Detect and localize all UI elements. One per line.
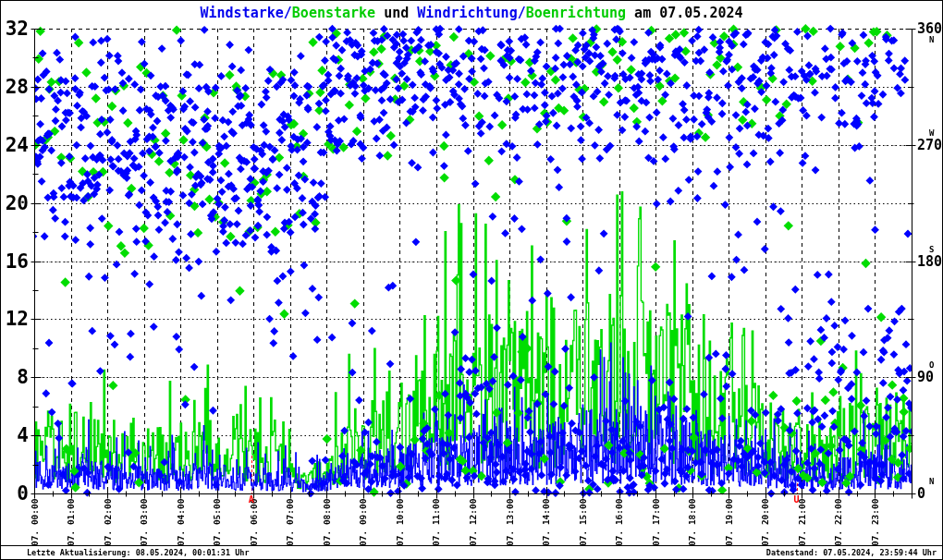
x-tick-label: 07. 05:00 [212, 499, 222, 546]
x-tick-label: 07. 09:00 [358, 499, 368, 546]
title-part-windrichtung: Windrichtung/ [417, 5, 525, 21]
x-tick-label: 07. 03:00 [139, 499, 149, 546]
x-tick-label: 07. 14:00 [541, 499, 551, 546]
y-right-compass-letter: N [929, 35, 934, 44]
y-left-tick-label: 24 [1, 133, 29, 155]
x-tick-label: 07. 11:00 [431, 499, 441, 546]
data-timestamp-text: Datenstand: 07.05.2024, 23:59:44 Uhr [766, 546, 937, 560]
y-right-tick-label: 270 [917, 137, 942, 153]
x-tick-label: 07. 18:00 [687, 499, 697, 546]
x-tick-label: 07. 04:00 [176, 499, 186, 546]
footer-bar: Letzte Aktualisierung: 08.05.2024, 00:01… [1, 545, 942, 560]
y-right-compass-letter: O [929, 360, 934, 370]
x-tick-label: 07. 19:00 [724, 499, 734, 546]
title-part-windstarke: Windstarke/ [200, 5, 291, 21]
x-tick-label: 07. 02:00 [103, 499, 113, 546]
x-tick-label: 07. 17:00 [651, 499, 661, 546]
x-tick-label: 07. 13:00 [505, 499, 515, 546]
y-right-tick-label: 0 [917, 485, 925, 502]
sun-marker-letter-u: U [794, 494, 800, 505]
weather-chart-figure: Windstarke/Boenstarke und Windrichtung/B… [0, 0, 943, 560]
x-tick-label: 07. 12:00 [468, 499, 478, 546]
sun-marker-letter-a: A [249, 494, 254, 505]
y-left-tick-label: 12 [1, 308, 29, 330]
x-tick-label: 07. 21:00 [797, 499, 807, 546]
y-left-tick-label: 16 [1, 250, 29, 272]
x-tick-label: 07. 01:00 [66, 499, 76, 546]
title-part-boenstarke: Boenstarke [292, 5, 375, 21]
x-tick-label: 07. 20:00 [760, 499, 770, 546]
y-left-tick-label: 20 [1, 191, 29, 213]
y-left-tick-label: 0 [1, 482, 29, 505]
y-right-tick-label: 180 [917, 253, 942, 270]
y-right-compass-letter: W [929, 128, 934, 138]
x-tick-label: 07. 15:00 [578, 499, 588, 546]
x-tick-label: 07. 00:00 [30, 499, 40, 546]
title-part-boenrichtung: Boenrichtung [526, 5, 626, 21]
y-left-tick-label: 28 [1, 75, 29, 97]
y-left-tick-label: 4 [1, 424, 29, 446]
y-right-tick-label: 90 [917, 369, 934, 385]
x-tick-label: 07. 10:00 [395, 499, 405, 546]
y-right-compass-letter: S [929, 245, 934, 254]
x-tick-label: 07. 08:00 [322, 499, 332, 546]
x-tick-label: 07. 22:00 [833, 499, 843, 546]
y-left-tick-label: 8 [1, 366, 29, 388]
title-part-und: und [375, 5, 417, 21]
x-tick-label: 07. 07:00 [285, 499, 295, 546]
x-tick-label: 07. 06:00 [249, 499, 259, 546]
title-part-date: am 07.05.2024 [626, 5, 742, 21]
last-update-text: Letzte Aktualisierung: 08.05.2024, 00:01… [27, 546, 250, 560]
chart-title: Windstarke/Boenstarke und Windrichtung/B… [1, 5, 942, 21]
y-right-compass-letter: N [929, 477, 934, 486]
x-tick-label: 07. 16:00 [614, 499, 624, 546]
wind-chart-canvas [1, 1, 943, 560]
x-tick-label: 07. 23:00 [870, 499, 880, 546]
y-left-tick-label: 32 [1, 18, 29, 40]
